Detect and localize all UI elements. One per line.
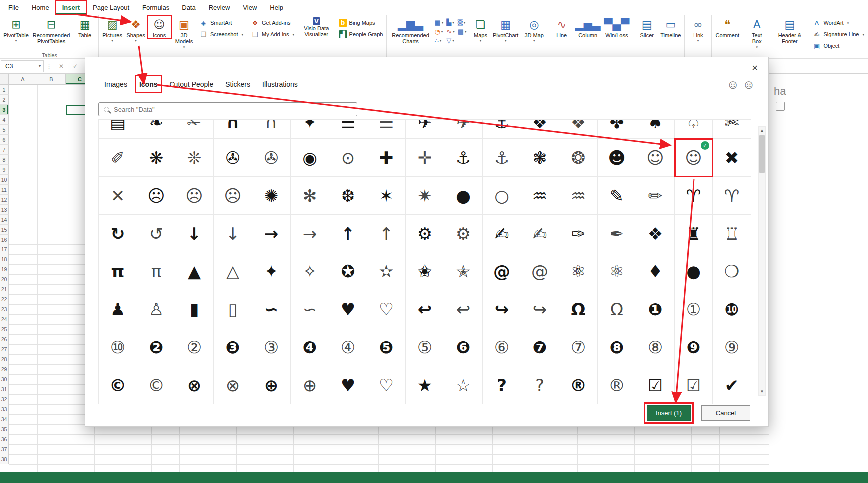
icon-copyright-outline[interactable]: © (137, 366, 175, 404)
ribbon-tab-home[interactable]: Home (25, 1, 56, 14)
scrollbar-thumb[interactable] (759, 135, 765, 173)
icon-verified-badge-filled[interactable]: ☑ (636, 366, 675, 404)
icon-number-8-badge-filled[interactable]: ❽ (598, 328, 636, 366)
icon-number-6-badge-outline[interactable]: ⑥ (483, 328, 521, 366)
ribbon-button-pivottable[interactable]: ⊞PivotTable▾ (3, 16, 29, 43)
feedback-negative-icon[interactable]: ☹ (744, 80, 753, 90)
icon-anger-symbol-outline[interactable]: ✕ (99, 177, 137, 215)
icon-question-circle-outline[interactable]: ? (521, 366, 559, 404)
icon-artist-2-outline[interactable]: ✒ (598, 215, 636, 252)
icon-field-filled[interactable]: ☰ (329, 120, 367, 139)
icon-australia-filled[interactable]: ♦ (636, 252, 675, 290)
icon-coral-filled[interactable]: ❃ (521, 139, 559, 177)
icon-at-sign-filled[interactable]: @ (483, 252, 521, 290)
ribbon-button-text-box[interactable]: AText Box▾ (745, 16, 768, 49)
ribbon-tab-insert[interactable]: Insert (56, 1, 86, 14)
ribbon-button-sparkline-line[interactable]: ∿Line (550, 16, 573, 38)
ribbon-button-pie-chart[interactable]: ◔▾ (434, 28, 443, 35)
icon-circular-arrows-outline[interactable]: ↺ (137, 215, 175, 252)
icon-question-circle-filled[interactable]: ? (483, 366, 521, 404)
icon-avocado-filled[interactable]: ● (675, 252, 713, 290)
icon-shield-filled[interactable]: ♠ (636, 120, 675, 139)
row-header-3[interactable]: 3 (0, 105, 9, 115)
ribbon-button-wordart[interactable]: AWordArt▾ (811, 18, 866, 27)
ribbon-button-people-graph[interactable]: ▟People Graph (337, 30, 385, 39)
icon-yarn-ball-filled[interactable]: ❋ (137, 139, 175, 177)
icon-aquarius-filled[interactable]: ♒ (521, 177, 559, 215)
icon-asia-filled[interactable]: ❖ (636, 215, 675, 252)
icon-shield-outline[interactable]: ♤ (675, 120, 713, 139)
icon-ornament-2-filled[interactable]: ✤ (598, 120, 636, 139)
icon-bird-filled[interactable]: ✦ (291, 120, 329, 139)
row-header-15[interactable]: 15 (0, 225, 9, 235)
ribbon-button-my-add-ins[interactable]: ❑My Add-ins▾ (249, 30, 296, 39)
ribbon-button-sparkline-win-loss[interactable]: ▀▄▀Win/Loss (603, 16, 631, 38)
icon-number-2-badge-filled[interactable]: ❷ (137, 328, 175, 366)
icon-plus-circle-filled[interactable]: ⊕ (252, 366, 291, 404)
row-header-1[interactable]: 1 (0, 85, 9, 95)
ribbon-button-visio-data-visualizer[interactable]: VVisio Data Visualizer (296, 16, 337, 38)
icon-number-7-badge-outline[interactable]: ⑦ (559, 328, 598, 366)
feedback-positive-icon[interactable]: ☺ (729, 80, 738, 90)
row-header-4[interactable]: 4 (0, 115, 9, 125)
icon-aries-outline[interactable]: ♈ (713, 177, 751, 215)
ribbon-button-timeline[interactable]: ▭Timeline (659, 16, 682, 38)
icon-number-1-badge-outline[interactable]: ① (675, 290, 713, 328)
icon-aries-filled[interactable]: ♈ (675, 177, 713, 215)
ribbon-button-link[interactable]: ∞Link▾ (687, 16, 709, 43)
icon-ornament-outline[interactable]: ❖ (559, 120, 598, 139)
name-box-caret-icon[interactable]: ▾ (39, 64, 43, 68)
icon-ornament-filled[interactable]: ❖ (521, 120, 559, 139)
icon-star-outline[interactable]: ☆ (444, 366, 483, 404)
icon-astronaut-2-filled[interactable]: ✬ (406, 252, 444, 290)
icon-artist-filled[interactable]: ✍ (483, 215, 521, 252)
icon-plus-circle-outline[interactable]: ⊕ (291, 366, 329, 404)
icon-baby-onesie-filled[interactable]: ♥ (329, 290, 367, 328)
icon-number-1-badge-filled[interactable]: ❶ (636, 290, 675, 328)
icon-angry-face-filled[interactable]: ☹ (137, 177, 175, 215)
icon-number-7-badge-filled[interactable]: ❼ (521, 328, 559, 366)
icon-star-filled[interactable]: ★ (406, 366, 444, 404)
icon-artist-2-filled[interactable]: ✑ (559, 215, 598, 252)
ribbon-button-scatter-chart[interactable]: ∴▾ (434, 37, 443, 44)
icon-baby-bottle-outline[interactable]: ▯ (214, 290, 252, 328)
icon-artificial-intelligence-head-filled[interactable]: ⚙ (406, 215, 444, 252)
row-header-30[interactable]: 30 (0, 374, 9, 384)
icon-athlete-filled[interactable]: ✦ (252, 252, 291, 290)
icon-anchor-outline[interactable]: ⚓ (483, 139, 521, 177)
ribbon-button-slicer[interactable]: ▤Slicer (635, 16, 658, 38)
ribbon-button-pictures[interactable]: ▨Pictures▾ (101, 16, 124, 43)
icon-arrow-right-filled[interactable]: → (252, 215, 291, 252)
row-header-38[interactable]: 38 (0, 454, 9, 464)
ribbon-tab-help[interactable]: Help (263, 1, 290, 14)
ribbon-button-column-chart[interactable]: ▦▾ (434, 19, 443, 26)
ribbon-button-table[interactable]: ▦Table (73, 16, 96, 38)
icon-apple-filled[interactable]: ● (444, 177, 483, 215)
column-header-b[interactable]: B (37, 74, 66, 84)
ribbon-button-hierarchy-chart[interactable]: ▙▾ (446, 19, 454, 26)
icon-pagoda-filled[interactable]: ♜ (675, 215, 713, 252)
row-header-35[interactable]: 35 (0, 424, 9, 434)
icon-pagoda-outline[interactable]: ♖ (713, 215, 751, 252)
icon-smiling-face-halo-outline[interactable]: ☺ (636, 139, 675, 177)
row-header-34[interactable]: 34 (0, 414, 9, 424)
icon-airplane-filled[interactable]: ✈ (406, 120, 444, 139)
row-header-26[interactable]: 26 (0, 334, 9, 344)
ribbon-button-comment[interactable]: ❝Comment (714, 16, 741, 38)
icon-avocado-outline[interactable]: ❍ (713, 252, 751, 290)
ribbon-tab-data[interactable]: Data (175, 1, 202, 14)
ribbon-tab-review[interactable]: Review (202, 1, 237, 14)
icon-at-sign-outline[interactable]: @ (521, 252, 559, 290)
icon-number-9-badge-filled[interactable]: ❾ (675, 328, 713, 366)
icon-atom-filled[interactable]: ⚛ (559, 252, 598, 290)
icon-number-10-badge-outline[interactable]: ⑩ (99, 328, 137, 366)
row-header-8[interactable]: 8 (0, 155, 9, 165)
icon-number-4-badge-outline[interactable]: ④ (329, 328, 367, 366)
icon-astronaut-2-outline[interactable]: ✭ (444, 252, 483, 290)
row-header-12[interactable]: 12 (0, 195, 9, 205)
row-header-37[interactable]: 37 (0, 444, 9, 454)
row-header-13[interactable]: 13 (0, 205, 9, 215)
icon-bridge-outline[interactable]: ∩ (252, 120, 291, 139)
row-header-32[interactable]: 32 (0, 394, 9, 404)
ribbon-button-3d-models[interactable]: ▣3D Models▾ (171, 16, 197, 49)
